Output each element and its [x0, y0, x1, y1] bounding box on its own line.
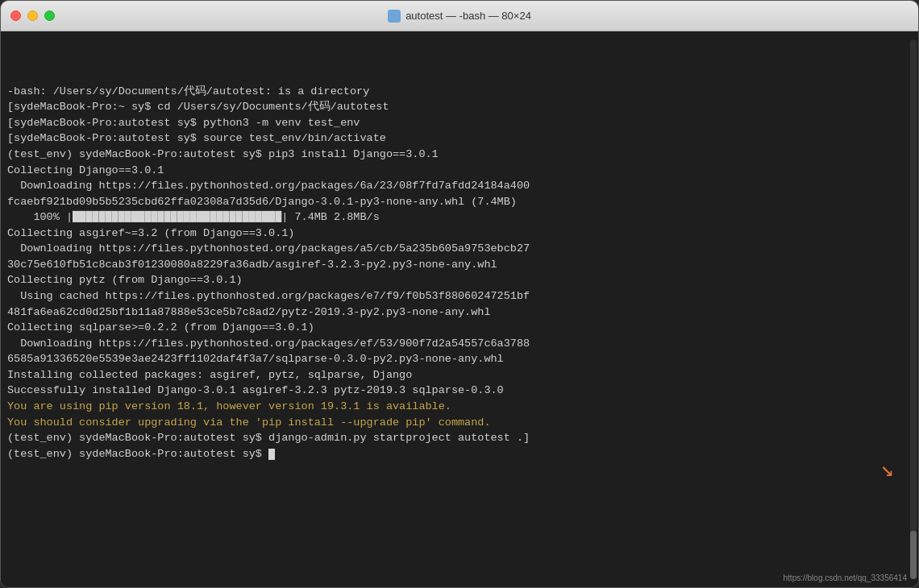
terminal-line: 100% |████████████████████████████████| … [7, 209, 912, 226]
terminal-line: (test_env) sydeMacBook-Pro:autotest sy$ … [7, 147, 912, 163]
arrow-annotation: ↘ [880, 455, 894, 482]
traffic-lights [10, 10, 55, 21]
terminal-line: 30c75e610fb51c8cab3f01230080a8229fa36adb… [7, 257, 912, 273]
terminal-line: Downloading https://files.pythonhosted.o… [7, 241, 912, 257]
terminal-line: (test_env) sydeMacBook-Pro:autotest sy$ [7, 446, 912, 462]
terminal-line: Downloading https://files.pythonhosted.o… [7, 336, 912, 352]
maximize-button[interactable] [44, 10, 55, 21]
terminal-body[interactable]: -bash: /Users/sy/Documents/代码/autotest: … [1, 31, 918, 587]
terminal-line: Using cached https://files.pythonhosted.… [7, 288, 912, 304]
terminal-line: 6585a91336520e5539e3ae2423ff1102daf4f3a7… [7, 351, 912, 367]
terminal-line: Installing collected packages: asgiref, … [7, 367, 912, 383]
terminal-line: [sydeMacBook-Pro:autotest sy$ source tes… [7, 130, 912, 147]
terminal-line: You should consider upgrading via the 'p… [7, 415, 912, 431]
folder-icon [388, 10, 401, 23]
terminal-line: [sydeMacBook-Pro:~ sy$ cd /Users/sy/Docu… [7, 99, 912, 115]
terminal-line: -bash: /Users/sy/Documents/代码/autotest: … [7, 84, 912, 100]
terminal-line: 481fa6ea62cd0d25bf1b11a87888e53ce5b7c8ad… [7, 304, 912, 321]
scrollbar[interactable] [910, 39, 917, 579]
terminal-line: Collecting Django==3.0.1 [7, 163, 912, 179]
window-title: autotest — -bash — 80×24 [405, 10, 531, 22]
scrollbar-thumb[interactable] [910, 531, 917, 579]
minimize-button[interactable] [27, 10, 38, 21]
terminal-line: fcaebf921bd09b5b5235cbd62ffa02308a7d35d6… [7, 194, 912, 210]
titlebar: autotest — -bash — 80×24 [1, 1, 918, 31]
terminal-line: Successfully installed Django-3.0.1 asgi… [7, 383, 912, 399]
terminal-line: [sydeMacBook-Pro:autotest sy$ python3 -m… [7, 115, 912, 131]
terminal-line: Downloading https://files.pythonhosted.o… [7, 178, 912, 194]
watermark: https://blog.csdn.net/qq_33356414 [784, 574, 907, 582]
terminal-line: You are using pip version 18.1, however … [7, 399, 912, 415]
terminal-line: (test_env) sydeMacBook-Pro:autotest sy$ … [7, 430, 912, 446]
terminal-line: Collecting asgiref~=3.2 (from Django==3.… [7, 226, 912, 242]
terminal-content: -bash: /Users/sy/Documents/代码/autotest: … [7, 36, 912, 462]
terminal-line: Collecting pytz (from Django==3.0.1) [7, 272, 912, 288]
terminal-window: autotest — -bash — 80×24 -bash: /Users/s… [0, 0, 919, 588]
terminal-line: Collecting sqlparse>=0.2.2 (from Django=… [7, 320, 912, 336]
close-button[interactable] [10, 10, 21, 21]
terminal-cursor [268, 449, 275, 460]
